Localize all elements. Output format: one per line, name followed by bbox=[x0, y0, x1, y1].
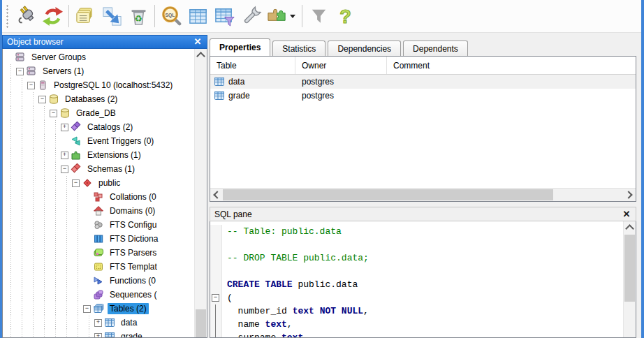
delete-drop-button[interactable]: ♻ bbox=[125, 2, 152, 30]
server-groups-icon bbox=[15, 52, 27, 63]
tree-item-fts-parsers[interactable]: FTS Parsers bbox=[3, 246, 195, 260]
tree-item-fts-dictiona[interactable]: FTS Dictiona bbox=[3, 232, 195, 246]
minus-expander-icon[interactable]: − bbox=[27, 82, 35, 89]
refresh-button[interactable] bbox=[39, 2, 66, 30]
tree-item-label: grade bbox=[119, 331, 145, 337]
tree-item-tables-2[interactable]: −Tables (2) bbox=[3, 302, 195, 316]
tree-item-label: Collations (0 bbox=[108, 191, 159, 203]
sql-line bbox=[210, 265, 624, 278]
svg-text:SQL: SQL bbox=[165, 12, 175, 17]
minus-expander-icon[interactable]: − bbox=[16, 68, 24, 75]
tree-item-grade-db[interactable]: −Grade_DB bbox=[3, 106, 195, 120]
maintenance-button[interactable] bbox=[237, 2, 264, 30]
tree-item-label: Server Groups bbox=[29, 52, 88, 63]
tree-item-fts-templat[interactable]: FTS Templat bbox=[3, 260, 195, 274]
query-tool-button[interactable]: SQL bbox=[158, 2, 184, 30]
tree-item-label: Event Triggers (0) bbox=[85, 135, 156, 147]
toolbar-separator bbox=[68, 5, 69, 27]
tree-vertical-scrollbar[interactable] bbox=[194, 49, 207, 337]
plus-expander-icon[interactable]: + bbox=[94, 333, 102, 338]
scroll-up-arrow-icon[interactable] bbox=[624, 221, 636, 233]
list-scrollbar-thumb[interactable] bbox=[223, 189, 553, 200]
tree-item-public[interactable]: −public bbox=[3, 176, 195, 190]
tree-item-label: Grade_DB bbox=[74, 108, 118, 119]
detail-notebook: PropertiesStatisticsDependenciesDependen… bbox=[210, 38, 636, 202]
tab-dependents[interactable]: Dependents bbox=[403, 41, 468, 56]
column-header-comment[interactable]: Comment bbox=[387, 57, 636, 74]
sql-pane-header: SQL pane ✕ bbox=[210, 207, 636, 221]
sql-vertical-scrollbar[interactable] bbox=[623, 221, 636, 337]
tab-statistics[interactable]: Statistics bbox=[272, 41, 325, 56]
tree-item-label: FTS Parsers bbox=[108, 247, 159, 258]
filtered-view-button[interactable] bbox=[211, 2, 237, 30]
plugins-button[interactable] bbox=[264, 2, 299, 30]
question-icon: ? bbox=[335, 6, 356, 27]
scroll-up-arrow-icon[interactable] bbox=[195, 49, 207, 61]
view-data-button[interactable] bbox=[184, 2, 211, 30]
fts-dictionaries-icon bbox=[93, 233, 105, 244]
tree-item-label: Catalogs (2) bbox=[85, 122, 135, 133]
tree-item-schemas-1[interactable]: −Schemas (1) bbox=[3, 162, 195, 176]
minus-expander-icon[interactable]: − bbox=[61, 166, 68, 173]
main-toolbar: ♻SQL? bbox=[2, 0, 641, 33]
close-icon[interactable]: ✕ bbox=[622, 210, 631, 219]
plus-expander-icon[interactable]: + bbox=[61, 152, 68, 159]
tree-item-label: FTS Configu bbox=[108, 219, 159, 230]
filter-disabled-button[interactable] bbox=[305, 2, 332, 30]
puzzle-icon bbox=[266, 6, 288, 27]
add-connection-button[interactable] bbox=[13, 2, 39, 30]
column-header-owner[interactable]: Owner bbox=[295, 57, 387, 74]
help-button[interactable]: ? bbox=[332, 2, 358, 30]
fts-parsers-icon bbox=[93, 247, 105, 258]
column-header-table[interactable]: Table bbox=[210, 57, 295, 74]
toolbar-separator bbox=[154, 5, 155, 27]
event-triggers-icon bbox=[71, 135, 82, 147]
properties-button[interactable] bbox=[72, 2, 98, 30]
tree-item-functions-0[interactable]: Functions (0 bbox=[3, 274, 195, 288]
schemas-icon bbox=[71, 163, 82, 175]
tree-item-servers-1[interactable]: −Servers (1) bbox=[3, 64, 195, 78]
tree-item-postgresql-10-localhost-5432[interactable]: −PostgreSQL 10 (localhost:5432) bbox=[3, 78, 195, 92]
sql-editor[interactable]: -- Table: public.data-- DROP TABLE publi… bbox=[210, 221, 636, 338]
dropdown-caret-icon[interactable] bbox=[288, 2, 297, 30]
tables-icon bbox=[93, 303, 105, 314]
tree-item-event-triggers-0[interactable]: Event Triggers (0) bbox=[3, 134, 195, 148]
tree-item-data[interactable]: +data bbox=[3, 316, 195, 330]
fold-minus-icon[interactable]: − bbox=[210, 291, 222, 304]
tree-item-label: PostgreSQL 10 (localhost:5432) bbox=[52, 80, 175, 91]
close-icon[interactable]: ✕ bbox=[193, 37, 203, 47]
table-row[interactable]: datapostgres bbox=[210, 75, 636, 89]
tree-item-catalogs-2[interactable]: +Catalogs (2) bbox=[3, 120, 195, 134]
functions-icon bbox=[93, 275, 105, 286]
sql-line: name text, bbox=[210, 318, 624, 331]
tab-properties[interactable]: Properties bbox=[210, 38, 270, 56]
plus-expander-icon[interactable]: + bbox=[94, 319, 102, 327]
table-row[interactable]: gradepostgres bbox=[210, 89, 636, 103]
scroll-right-arrow-icon[interactable] bbox=[624, 189, 636, 201]
tab-dependencies[interactable]: Dependencies bbox=[328, 41, 401, 56]
tree-item-label: Databases (2) bbox=[63, 94, 119, 105]
minus-expander-icon[interactable]: − bbox=[38, 96, 46, 103]
scroll-left-arrow-icon[interactable] bbox=[210, 189, 222, 201]
list-horizontal-scrollbar[interactable] bbox=[210, 188, 636, 201]
tree-item-domains-0[interactable]: Domains (0) bbox=[3, 204, 195, 218]
tree-item-server-groups[interactable]: Server Groups bbox=[3, 50, 195, 64]
tree-item-extensions-1[interactable]: +Extensions (1) bbox=[3, 148, 195, 162]
minus-expander-icon[interactable]: − bbox=[50, 110, 57, 117]
tree-scrollbar-thumb[interactable] bbox=[196, 309, 206, 337]
paste-button[interactable] bbox=[98, 2, 125, 30]
toolbar-items: ♻SQL? bbox=[13, 2, 358, 30]
plus-expander-icon[interactable]: + bbox=[61, 124, 68, 131]
object-browser-title: Object browser bbox=[7, 37, 193, 47]
tree-item-grade[interactable]: +grade bbox=[3, 330, 195, 337]
tree-item-collations-0[interactable]: Collations (0 bbox=[3, 190, 195, 204]
tree-item-databases-2[interactable]: −Databases (2) bbox=[3, 92, 195, 106]
comment-cell bbox=[387, 75, 636, 89]
tree-item-fts-configu[interactable]: FTS Configu bbox=[3, 218, 195, 232]
tree-item-sequences[interactable]: Sequences ( bbox=[3, 288, 195, 302]
minus-expander-icon[interactable]: − bbox=[72, 179, 80, 187]
sql-scrollbar-thumb[interactable] bbox=[624, 235, 635, 302]
toolbar-grip-handle[interactable] bbox=[5, 3, 9, 29]
folders-icon bbox=[75, 6, 96, 27]
minus-expander-icon[interactable]: − bbox=[83, 305, 91, 313]
